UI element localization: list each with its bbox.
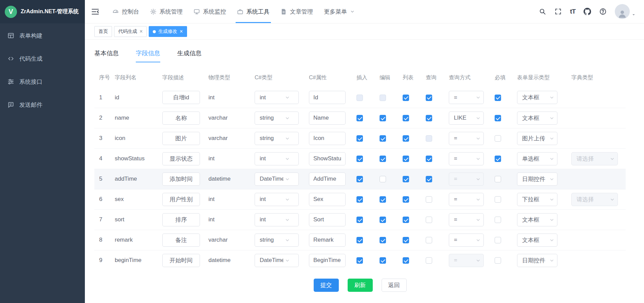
search-icon[interactable] xyxy=(539,8,546,15)
csharp-type-select[interactable]: int xyxy=(255,193,299,206)
display-type-select[interactable]: 下拉框 xyxy=(517,193,557,206)
insert-checkbox[interactable] xyxy=(356,115,363,121)
csharp-type-select[interactable]: string xyxy=(255,234,299,247)
query-method-select[interactable]: = xyxy=(449,193,484,206)
edit-checkbox[interactable] xyxy=(380,176,386,182)
csharp-type-select[interactable]: string xyxy=(255,112,299,125)
query-method-select[interactable]: = xyxy=(449,91,484,104)
csharp-property-input[interactable] xyxy=(309,132,346,145)
query-checkbox[interactable] xyxy=(426,176,432,182)
topnav-item-more-menu[interactable]: 更多菜单 xyxy=(318,0,360,23)
column-description-input[interactable] xyxy=(162,193,200,206)
sidebar-item-code-generator[interactable]: 代码生成 xyxy=(0,47,85,70)
edit-checkbox[interactable] xyxy=(380,135,386,142)
query-method-select[interactable]: = xyxy=(449,234,484,247)
required-checkbox[interactable] xyxy=(495,115,501,121)
font-size-icon[interactable]: tT xyxy=(570,8,575,15)
display-type-select[interactable]: 日期控件 xyxy=(517,254,557,267)
insert-checkbox[interactable] xyxy=(356,176,363,182)
csharp-property-input[interactable] xyxy=(309,254,346,267)
insert-checkbox[interactable] xyxy=(356,135,363,142)
tab-generate-info[interactable]: 生成信息 xyxy=(177,49,202,62)
edit-checkbox[interactable] xyxy=(380,156,386,162)
back-button[interactable]: 返回 xyxy=(382,279,407,292)
edit-checkbox[interactable] xyxy=(380,237,386,243)
csharp-property-input[interactable] xyxy=(309,173,346,186)
edit-checkbox[interactable] xyxy=(380,257,386,264)
list-checkbox[interactable] xyxy=(403,176,409,182)
insert-checkbox[interactable] xyxy=(356,257,363,264)
query-method-select[interactable]: = xyxy=(449,213,484,226)
edit-checkbox[interactable] xyxy=(380,217,386,223)
query-checkbox[interactable] xyxy=(426,237,432,243)
required-checkbox[interactable] xyxy=(495,257,501,264)
csharp-property-input[interactable] xyxy=(309,213,346,226)
help-icon[interactable] xyxy=(599,8,607,15)
list-checkbox[interactable] xyxy=(403,196,409,203)
display-type-select[interactable]: 文本框 xyxy=(517,112,557,125)
query-checkbox[interactable] xyxy=(426,257,432,264)
csharp-property-input[interactable] xyxy=(309,234,346,247)
required-checkbox[interactable] xyxy=(495,176,501,182)
tag-code-generation[interactable]: 代码生成× xyxy=(114,26,147,37)
query-checkbox[interactable] xyxy=(426,115,432,121)
required-checkbox[interactable] xyxy=(495,217,501,223)
insert-checkbox[interactable] xyxy=(356,196,363,203)
csharp-property-input[interactable] xyxy=(309,91,346,104)
column-description-input[interactable] xyxy=(162,112,200,125)
refresh-button[interactable]: 刷新 xyxy=(348,279,373,292)
display-type-select[interactable]: 日期控件 xyxy=(517,173,557,186)
csharp-property-input[interactable] xyxy=(309,152,346,165)
dict-type-select[interactable]: 请选择 xyxy=(571,193,618,206)
list-checkbox[interactable] xyxy=(403,95,409,101)
list-checkbox[interactable] xyxy=(403,135,409,142)
insert-checkbox[interactable] xyxy=(356,156,363,162)
csharp-type-select[interactable]: int xyxy=(255,213,299,226)
fullscreen-icon[interactable] xyxy=(554,8,562,15)
csharp-type-select[interactable]: int xyxy=(255,152,299,165)
csharp-property-input[interactable] xyxy=(309,112,346,125)
close-tag-icon[interactable]: × xyxy=(180,29,183,34)
display-type-select[interactable]: 图片上传 xyxy=(517,132,557,145)
required-checkbox[interactable] xyxy=(495,156,501,162)
dict-type-select[interactable]: 请选择 xyxy=(571,152,618,165)
column-description-input[interactable] xyxy=(162,152,200,165)
column-description-input[interactable] xyxy=(162,234,200,247)
required-checkbox[interactable] xyxy=(495,237,501,243)
query-checkbox[interactable] xyxy=(426,95,432,101)
column-description-input[interactable] xyxy=(162,91,200,104)
list-checkbox[interactable] xyxy=(403,217,409,223)
list-checkbox[interactable] xyxy=(403,257,409,264)
csharp-type-select[interactable]: DateTime xyxy=(255,254,299,267)
user-menu[interactable] xyxy=(615,4,636,19)
column-description-input[interactable] xyxy=(162,213,200,226)
submit-button[interactable]: 提交 xyxy=(314,279,339,292)
edit-checkbox[interactable] xyxy=(380,115,386,121)
display-type-select[interactable]: 文本框 xyxy=(517,91,557,104)
required-checkbox[interactable] xyxy=(495,95,501,101)
tag-generation-edit[interactable]: 生成修改× xyxy=(149,26,187,37)
topnav-item-dashboard[interactable]: 控制台 xyxy=(107,0,145,23)
csharp-type-select[interactable]: string xyxy=(255,132,299,145)
display-type-select[interactable]: 文本框 xyxy=(517,234,557,247)
github-icon[interactable] xyxy=(584,8,591,15)
required-checkbox[interactable] xyxy=(495,196,501,203)
query-checkbox[interactable] xyxy=(426,156,432,162)
sidebar-item-system-api[interactable]: 系统接口 xyxy=(0,70,85,93)
display-type-select[interactable]: 文本框 xyxy=(517,213,557,226)
insert-checkbox[interactable] xyxy=(356,237,363,243)
tag-home[interactable]: 首页 xyxy=(94,26,112,37)
list-checkbox[interactable] xyxy=(403,237,409,243)
query-checkbox[interactable] xyxy=(426,196,432,203)
column-description-input[interactable] xyxy=(162,254,200,267)
query-method-select[interactable]: = xyxy=(449,152,484,165)
list-checkbox[interactable] xyxy=(403,156,409,162)
edit-checkbox[interactable] xyxy=(380,196,386,203)
tab-basic-info[interactable]: 基本信息 xyxy=(94,49,119,62)
insert-checkbox[interactable] xyxy=(356,217,363,223)
topnav-item-article-manage[interactable]: 文章管理 xyxy=(275,0,318,23)
topnav-item-system-manage[interactable]: 系统管理 xyxy=(145,0,188,23)
tab-field-info[interactable]: 字段信息 xyxy=(136,49,160,62)
display-type-select[interactable]: 单选框 xyxy=(517,152,557,165)
column-description-input[interactable] xyxy=(162,173,200,186)
